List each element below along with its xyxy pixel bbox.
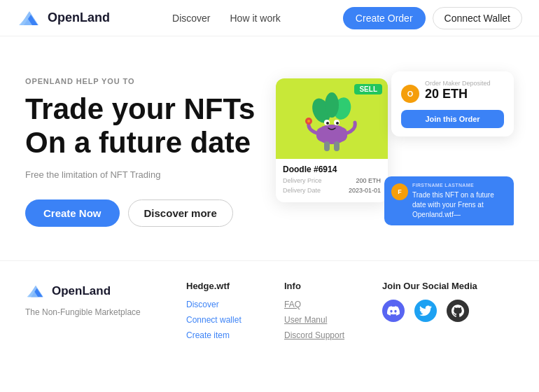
svg-point-10 — [307, 120, 310, 122]
footer-link-user-manual[interactable]: User Manul — [284, 315, 354, 325]
nft-detail-date-row: Delivery Date 2023-01-01 — [283, 187, 381, 194]
hero-visual: SELL — [262, 71, 514, 232]
footer-hedgewtf-title: Hedge.wtf — [186, 281, 256, 291]
footer-social-title: Join Our Social Media — [382, 281, 477, 291]
footer-hedgewtf-col: Hedge.wtf Discover Connect wallet Create… — [186, 281, 256, 346]
chat-avatar: F — [391, 183, 408, 200]
footer-social-col: Join Our Social Media — [382, 281, 477, 322]
order-maker-avatar: O — [401, 85, 419, 103]
nft-card[interactable]: SELL — [276, 78, 388, 202]
footer-link-create-item[interactable]: Create item — [186, 330, 256, 340]
hero-subtitle: Free the limitation of NFT Trading — [25, 169, 255, 180]
footer-link-faq[interactable]: FAQ — [284, 300, 354, 309]
logo[interactable]: OpenLand — [17, 6, 110, 31]
footer-logo-area: OpenLand — [25, 281, 158, 302]
header-actions: Create Order Connect Wallet — [343, 7, 522, 29]
discord-icon[interactable] — [382, 300, 405, 322]
chat-sender-label: FIRSTNAME LASTNAME — [412, 182, 507, 189]
create-now-button[interactable]: Create Now — [25, 200, 120, 227]
nft-name: Doodle #6914 — [283, 164, 381, 174]
svg-point-7 — [326, 122, 329, 125]
connect-wallet-button[interactable]: Connect Wallet — [433, 7, 522, 29]
footer-tagline: The Non-Fungible Marketplace — [25, 307, 158, 317]
social-icons-row — [382, 300, 477, 322]
nft-image-wrapper: SELL — [276, 78, 388, 159]
nft-delivery-date-label: Delivery Date — [283, 187, 321, 194]
footer: OpenLand The Non-Fungible Marketplace He… — [0, 261, 539, 360]
svg-rect-11 — [324, 141, 330, 151]
footer-brand: OpenLand The Non-Fungible Marketplace — [25, 281, 158, 317]
order-maker-row: O Order Maker Deposited 20 ETH — [401, 80, 504, 107]
order-eth-amount: 20 ETH — [425, 87, 491, 102]
svg-point-8 — [336, 122, 339, 125]
twitter-svg — [419, 304, 432, 317]
svg-rect-12 — [334, 141, 340, 151]
footer-info-col: Info FAQ User Manul Discord Support — [284, 281, 354, 346]
chat-message: Trade this NFT on a future date with you… — [412, 190, 507, 220]
hero-left: OPENLAND HELP YOU TO Trade your NFTs On … — [25, 77, 255, 227]
footer-link-connect-wallet[interactable]: Connect wallet — [186, 315, 256, 325]
twitter-icon[interactable] — [414, 300, 437, 322]
hero-title-line1: Trade your NFTs — [25, 92, 255, 126]
nft-info: Doodle #6914 Delivery Price 200 ETH Deli… — [276, 159, 388, 194]
footer-link-discover[interactable]: Discover — [186, 300, 256, 309]
hero-section: OPENLAND HELP YOU TO Trade your NFTs On … — [0, 36, 539, 260]
nft-delivery-price-value: 200 ETH — [356, 177, 381, 184]
sell-badge: SELL — [354, 84, 382, 94]
order-card: O Order Maker Deposited 20 ETH Join this… — [391, 71, 514, 136]
logo-text: OpenLand — [48, 10, 110, 25]
hero-title-line2: On a future date — [25, 126, 255, 160]
footer-logo-text: OpenLand — [52, 284, 111, 298]
footer-logo-icon — [25, 281, 46, 302]
hero-eyebrow: OPENLAND HELP YOU TO — [25, 77, 255, 85]
hero-title: Trade your NFTs On a future date — [25, 92, 255, 160]
nft-delivery-price-label: Delivery Price — [283, 177, 322, 184]
logo-icon — [17, 6, 42, 31]
svg-point-4 — [325, 92, 339, 118]
create-order-button[interactable]: Create Order — [343, 7, 426, 29]
join-order-button[interactable]: Join this Order — [401, 110, 504, 128]
footer-link-discord-support[interactable]: Discord Support — [284, 330, 354, 340]
order-deposited-label: Order Maker Deposited — [425, 80, 491, 87]
discord-svg — [387, 304, 400, 317]
chat-content: FIRSTNAME LASTNAME Trade this NFT on a f… — [412, 182, 507, 220]
nav-discover[interactable]: Discover — [172, 13, 210, 24]
nft-delivery-date-value: 2023-01-01 — [349, 187, 381, 194]
main-nav: Discover How it work — [172, 13, 281, 24]
footer-info-title: Info — [284, 281, 354, 291]
nav-how-it-works[interactable]: How it work — [230, 13, 280, 24]
nft-character-svg — [300, 84, 363, 154]
github-icon[interactable] — [447, 300, 469, 322]
hero-buttons: Create Now Discover more — [25, 200, 255, 227]
discover-more-button[interactable]: Discover more — [128, 200, 233, 227]
github-svg — [451, 304, 464, 317]
chat-bubble-row: F FIRSTNAME LASTNAME Trade this NFT on a… — [391, 182, 507, 220]
chat-bubble: F FIRSTNAME LASTNAME Trade this NFT on a… — [384, 176, 514, 225]
nft-detail-price-row: Delivery Price 200 ETH — [283, 177, 381, 184]
